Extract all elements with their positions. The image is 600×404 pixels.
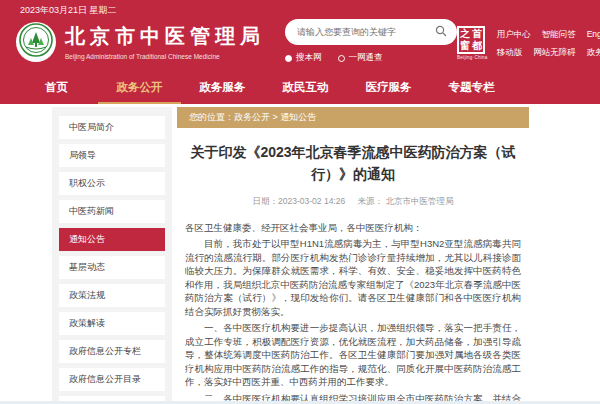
quick-link-0-0[interactable]: 用户中心 <box>497 29 531 41</box>
site-title: 北京市中医管理局 <box>65 23 265 50</box>
nav-item-3[interactable]: 政民互动 <box>264 74 347 104</box>
header-right-block: 之 首 窗 都 Beijing·China 用户中心智能问答English移动版… <box>457 24 600 60</box>
current-date: 2023年03月21日 星期二 <box>20 4 117 17</box>
quick-link-1-2[interactable]: 政务服务网 <box>587 47 600 59</box>
article-title: 关于印发《2023年北京春季流感中医药防治方案（试行）》的通知 <box>185 141 521 186</box>
search-box <box>285 19 457 45</box>
sidebar-item-1[interactable]: 局领导 <box>59 144 165 167</box>
article: 关于印发《2023年北京春季流感中医药防治方案（试行）》的通知 日期：2023-… <box>177 128 529 404</box>
article-meta: 日期：2023-03-02 14:26 来源： 北京市中医管理局 <box>185 196 521 208</box>
article-paragraph-1: 目前，我市处于以甲型H1N1流感病毒为主，与甲型H3N2亚型流感病毒共同流行的流… <box>185 237 521 318</box>
radio-dot-icon <box>338 55 345 62</box>
content-area: 中医局简介局领导职权公示中医药新闻通知公告基层动态政策法规政策解读政府信息公开专… <box>0 107 600 404</box>
quick-link-0-2[interactable]: English <box>587 29 600 41</box>
sidebar-item-0[interactable]: 中医局简介 <box>59 116 165 139</box>
capital-window-seal[interactable]: 之 首 窗 都 Beijing·China <box>457 26 488 60</box>
sidebar-item-7[interactable]: 政策解读 <box>59 312 165 335</box>
breadcrumb[interactable]: 您的位置：政务公开 > 通知公告 <box>177 107 529 128</box>
search-scope-label: 一网通查 <box>349 52 383 64</box>
search-scope-row: 搜本网一网通查 <box>285 52 457 64</box>
sidebar-item-6[interactable]: 政策法规 <box>59 284 165 307</box>
seal-characters: 之 首 窗 都 <box>457 26 485 54</box>
article-source: 来源： 北京市中医管理局 <box>358 196 454 206</box>
quick-links-row-0: 用户中心智能问答English <box>497 29 600 41</box>
sidebar-item-2[interactable]: 职权公示 <box>59 172 165 195</box>
nav-item-0[interactable]: 首页 <box>15 74 98 104</box>
search-scope-option-0[interactable]: 搜本网 <box>285 52 322 64</box>
seal-char: 都 <box>472 40 482 52</box>
search-scope-option-1[interactable]: 一网通查 <box>338 52 383 64</box>
search-scope-label: 搜本网 <box>296 52 322 64</box>
search-icon[interactable] <box>435 23 447 41</box>
quick-link-0-1[interactable]: 智能问答 <box>542 29 576 41</box>
site-header: 2023年03月21日 星期二 北京市中医管理局 B <box>0 0 600 104</box>
site-title-block: 北京市中医管理局 Beijing Administration of Tradi… <box>65 23 265 60</box>
nav-item-5[interactable]: 专题专栏 <box>430 74 513 104</box>
page: 2023年03月21日 星期二 北京市中医管理局 B <box>0 0 600 404</box>
tree-emblem-icon <box>19 23 53 61</box>
seal-caption: Beijing·China <box>457 55 488 60</box>
quick-link-1-1[interactable]: 网站无障碍 <box>533 47 576 59</box>
radio-dot-icon <box>285 55 292 62</box>
nav-item-4[interactable]: 医疗服务 <box>347 74 430 104</box>
quick-links: 用户中心智能问答English移动版网站无障碍政务服务网 <box>497 26 600 59</box>
article-date: 日期：2023-03-02 14:26 <box>253 196 346 206</box>
sidebar-item-4[interactable]: 通知公告 <box>59 228 165 251</box>
quick-links-row-1: 移动版网站无障碍政务服务网 <box>497 47 600 59</box>
seal-char: 首 <box>472 28 482 40</box>
search-input[interactable] <box>295 26 435 38</box>
site-logo[interactable] <box>16 22 56 62</box>
main-panel: 您的位置：政务公开 > 通知公告 关于印发《2023年北京春季流感中医药防治方案… <box>177 107 529 404</box>
article-body: 各区卫生健康委、经开区社会事业局，各中医医疗机构：目前，我市处于以甲型H1N1流… <box>185 221 521 404</box>
seal-char: 窗 <box>460 40 470 52</box>
sidebar-item-5[interactable]: 基层动态 <box>59 256 165 279</box>
quick-link-1-0[interactable]: 移动版 <box>497 47 523 59</box>
nav-item-1[interactable]: 政务公开 <box>98 74 181 104</box>
seal-char: 之 <box>460 28 470 40</box>
nav-item-2[interactable]: 政务服务 <box>181 74 264 104</box>
sidebar-item-9[interactable]: 政府信息公开目录 <box>59 368 165 391</box>
search-area: 搜本网一网通查 <box>285 19 457 64</box>
site-title-english: Beijing Administration of Traditional Ch… <box>65 53 265 60</box>
sidebar-item-8[interactable]: 政府信息公开专栏 <box>59 340 165 363</box>
article-paragraph-2: 一、各中医医疗机构要进一步提高认识，加强组织领导，落实一把手责任，成立工作专班，… <box>185 321 521 389</box>
sidebar-menu: 中医局简介局领导职权公示中医药新闻通知公告基层动态政策法规政策解读政府信息公开专… <box>52 107 172 404</box>
sidebar-item-3[interactable]: 中医药新闻 <box>59 200 165 223</box>
main-nav: 首页政务公开政务服务政民互动医疗服务专题专栏 <box>15 74 600 104</box>
article-paragraph-0: 各区卫生健康委、经开区社会事业局，各中医医疗机构： <box>185 221 521 235</box>
